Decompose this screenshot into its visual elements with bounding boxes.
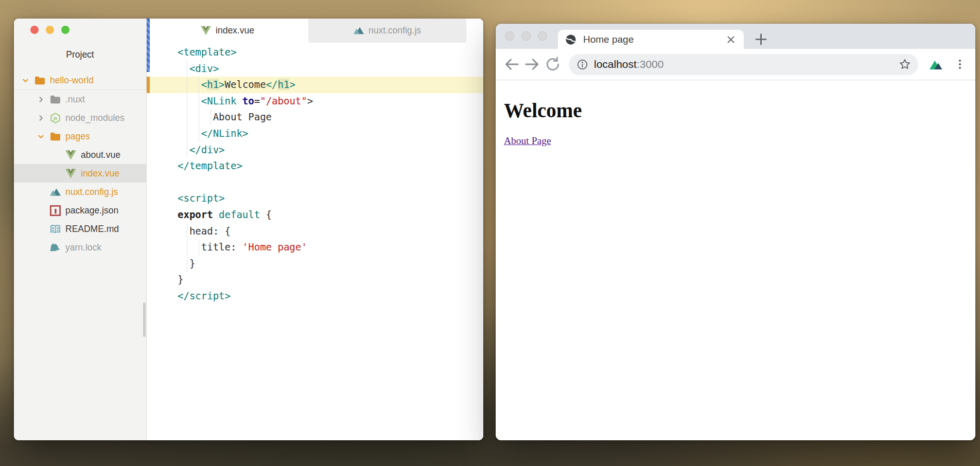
chevron-right-icon[interactable] — [38, 96, 50, 103]
code-token: title: — [178, 241, 242, 253]
code-token — [213, 209, 219, 220]
tree-indent-spacer — [38, 225, 50, 233]
tree-item-label: package.json — [65, 205, 118, 216]
tree-item-label: about.vue — [81, 150, 120, 160]
code-token: <template> — [178, 46, 236, 58]
editor-tab-index.vue[interactable]: index.vue — [147, 19, 308, 43]
tree-item-node_modules[interactable]: jsnode_modules — [14, 109, 146, 127]
pane-divider-handle[interactable] — [147, 19, 150, 72]
tree-item-label: hello-world — [50, 75, 94, 86]
sidebar-scrollbar[interactable] — [143, 302, 146, 337]
indent-guide — [187, 256, 187, 272]
nuxt-extension-icon[interactable] — [930, 58, 943, 71]
code-token: h1 — [207, 79, 219, 90]
zoom-window-button[interactable] — [538, 31, 547, 41]
tree-item-index.vue[interactable]: index.vue — [14, 164, 146, 183]
vue-icon — [65, 168, 76, 179]
tree-item-yarn.lock[interactable]: yarn.lock — [14, 238, 146, 257]
code-line: } — [147, 256, 483, 272]
code-line: head: { — [147, 223, 483, 240]
code-editor[interactable]: <template> <div> <h1>Welcome</h1> <NLink… — [147, 43, 483, 440]
bookmark-star-icon[interactable] — [899, 58, 911, 70]
tree-item-package.json[interactable]: package.json — [14, 201, 146, 220]
indent-guide — [187, 126, 187, 142]
code-line: export default { — [147, 207, 483, 223]
code-line — [147, 174, 483, 191]
tree-item-about.vue[interactable]: about.vue — [14, 146, 146, 164]
indent-guide — [211, 109, 211, 126]
tree-item-nuxt.config.js[interactable]: nuxt.config.js — [14, 183, 146, 201]
code-line-current: <h1>Welcome</h1> — [147, 77, 483, 93]
code-line: <script> — [147, 190, 483, 207]
code-token: h1 — [278, 79, 290, 90]
close-window-button[interactable] — [505, 31, 514, 41]
editor-tab-nuxt.config.js[interactable]: nuxt.config.js — [308, 19, 466, 43]
code-line: </template> — [147, 158, 483, 174]
code-token: > — [289, 79, 295, 90]
code-line: About Page — [147, 109, 483, 126]
browser-tab-title: Home page — [583, 34, 725, 45]
code-token: </div> — [189, 144, 225, 155]
code-token — [178, 63, 189, 74]
reload-button[interactable] — [544, 56, 562, 73]
code-token: 'Home page' — [242, 241, 307, 253]
tree-item-.nuxt[interactable]: .nuxt — [14, 90, 146, 109]
editor-sidebar: Project hello-world.nuxtjsnode_modulespa… — [14, 19, 146, 440]
indent-guide — [187, 109, 187, 126]
browser-menu-icon[interactable] — [954, 58, 966, 70]
code-token: > — [219, 79, 224, 90]
tree-indent-spacer — [38, 207, 50, 214]
back-button[interactable] — [503, 56, 520, 73]
tree-item-label: node_modules — [65, 113, 125, 123]
tree-item-hello-world[interactable]: hello-world — [14, 71, 146, 90]
editor-pane: index.vuenuxt.config.js <template> <div>… — [146, 19, 483, 440]
file-tree: hello-world.nuxtjsnode_modulespagesabout… — [14, 71, 146, 257]
nuxt-icon — [354, 26, 364, 35]
site-info-icon[interactable] — [576, 59, 588, 70]
window-controls — [14, 26, 146, 34]
code-token — [178, 128, 201, 139]
sidebar-title: Project — [14, 49, 146, 60]
code-token: Welcome — [225, 79, 266, 90]
code-token: = — [254, 95, 260, 106]
address-bar[interactable]: localhost:3000 — [569, 54, 918, 75]
editor-tab-label: index.vue — [216, 25, 254, 36]
close-window-button[interactable] — [30, 26, 39, 34]
code-token: </template> — [178, 160, 242, 171]
tree-item-label: index.vue — [81, 168, 119, 179]
chevron-down-icon[interactable] — [22, 77, 34, 84]
indent-guide — [199, 93, 199, 110]
browser-tab[interactable]: Home page — [558, 30, 744, 49]
code-token: > — [307, 95, 313, 106]
svg-text:js: js — [53, 115, 57, 120]
minimize-window-button[interactable] — [46, 26, 54, 34]
web-page-content: Welcome About Page — [496, 80, 975, 440]
new-tab-button[interactable] — [754, 32, 768, 46]
tree-item-pages[interactable]: pages — [14, 127, 146, 146]
tree-item-label: .nuxt — [65, 94, 85, 105]
code-token: } — [178, 274, 183, 285]
browser-toolbar: localhost:3000 — [496, 49, 975, 80]
forward-button[interactable] — [523, 56, 541, 73]
code-token: <div> — [189, 63, 219, 74]
code-token — [178, 95, 201, 106]
about-page-link[interactable]: About Page — [504, 135, 551, 146]
tree-indent-spacer — [38, 244, 50, 252]
url-text[interactable]: localhost:3000 — [594, 58, 899, 70]
folder-gray-icon — [50, 94, 61, 105]
code-token: </script> — [178, 290, 231, 301]
tree-item-README.md[interactable]: README.md — [14, 220, 146, 238]
editor-tabbar: index.vuenuxt.config.js — [147, 19, 483, 43]
vue-icon — [201, 26, 211, 35]
minimize-window-button[interactable] — [521, 31, 531, 41]
indent-guide — [187, 223, 187, 240]
chevron-down-icon[interactable] — [38, 133, 50, 140]
tree-indent-spacer — [53, 151, 65, 159]
readme-icon — [50, 224, 61, 235]
zoom-window-button[interactable] — [61, 26, 69, 34]
node-icon: js — [50, 113, 61, 123]
browser-tabstrip: Home page — [496, 24, 975, 49]
indent-guide — [199, 77, 199, 93]
chevron-right-icon[interactable] — [38, 114, 50, 122]
close-tab-icon[interactable] — [725, 34, 737, 45]
